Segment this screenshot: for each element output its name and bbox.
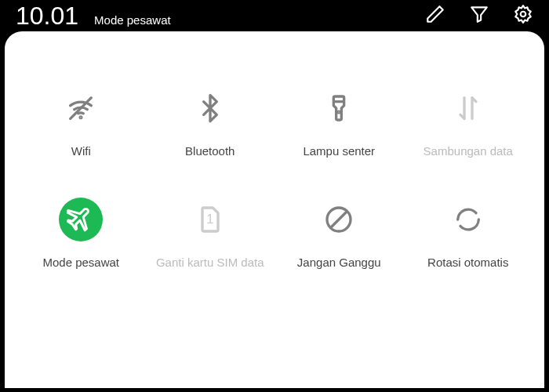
svg-text:1: 1 bbox=[206, 212, 213, 227]
data-connection-label: Sambungan data bbox=[424, 144, 513, 158]
svg-line-7 bbox=[331, 212, 347, 227]
flashlight-label: Lampu senter bbox=[303, 144, 375, 158]
dnd-tile[interactable]: Jangan Ganggu bbox=[278, 198, 400, 270]
data-connection-tile[interactable]: Sambungan data bbox=[408, 86, 529, 158]
flashlight-icon bbox=[317, 86, 361, 130]
status-left: 10.01 Mode pesawat bbox=[16, 2, 171, 31]
sim-switch-tile[interactable]: 1 Ganti kartu SIM data bbox=[150, 198, 271, 270]
data-connection-icon bbox=[446, 86, 490, 130]
svg-point-1 bbox=[80, 117, 82, 118]
flashlight-tile[interactable]: Lampu senter bbox=[278, 86, 400, 158]
status-mode-text: Mode pesawat bbox=[94, 13, 171, 27]
quick-settings-panel: Wifi Bluetooth Lampu senter Sambungan da… bbox=[5, 31, 544, 388]
tiles-grid: Wifi Bluetooth Lampu senter Sambungan da… bbox=[20, 86, 529, 270]
filter-icon[interactable] bbox=[469, 4, 489, 27]
status-actions bbox=[425, 4, 533, 27]
settings-icon[interactable] bbox=[513, 4, 533, 27]
status-bar: 10.01 Mode pesawat bbox=[0, 0, 549, 31]
bluetooth-tile[interactable]: Bluetooth bbox=[150, 86, 271, 158]
rotation-tile[interactable]: Rotasi otomatis bbox=[408, 198, 529, 270]
svg-rect-3 bbox=[334, 96, 344, 102]
wifi-icon bbox=[59, 86, 103, 130]
dnd-icon bbox=[317, 198, 361, 241]
edit-icon[interactable] bbox=[425, 4, 445, 27]
svg-point-4 bbox=[338, 111, 340, 113]
rotation-label: Rotasi otomatis bbox=[427, 256, 508, 270]
sim-icon: 1 bbox=[188, 198, 232, 241]
rotation-icon bbox=[446, 198, 490, 241]
sim-label: Ganti kartu SIM data bbox=[156, 256, 264, 270]
svg-point-0 bbox=[521, 12, 526, 17]
bluetooth-icon bbox=[188, 86, 232, 130]
airplane-label: Mode pesawat bbox=[42, 256, 119, 270]
airplane-icon bbox=[59, 198, 103, 241]
dnd-label: Jangan Ganggu bbox=[297, 256, 381, 270]
bluetooth-label: Bluetooth bbox=[185, 144, 235, 158]
airplane-mode-tile[interactable]: Mode pesawat bbox=[20, 198, 142, 270]
wifi-tile[interactable]: Wifi bbox=[20, 86, 142, 158]
clock: 10.01 bbox=[16, 2, 78, 31]
wifi-label: Wifi bbox=[71, 144, 91, 158]
